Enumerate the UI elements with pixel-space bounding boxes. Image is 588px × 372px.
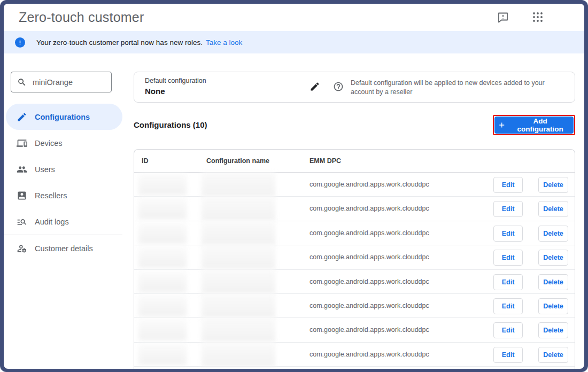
redacted-configuration-name-cell bbox=[202, 294, 275, 318]
emm-dpc-cell: com.google.android.apps.work.clouddpc bbox=[310, 229, 429, 237]
default-configuration-label: Default configuration bbox=[145, 77, 206, 84]
table-row: com.google.android.apps.work.clouddpc Ed… bbox=[134, 343, 575, 367]
users-icon bbox=[17, 164, 27, 175]
add-configuration-label: Add configuration bbox=[510, 117, 570, 133]
delete-button[interactable]: Delete bbox=[538, 347, 568, 363]
emm-dpc-cell: com.google.android.apps.work.clouddpc bbox=[310, 278, 429, 285]
redacted-configuration-name-cell bbox=[202, 270, 275, 294]
sidebar-search[interactable] bbox=[11, 72, 112, 92]
sidebar-item-label: Audit logs bbox=[35, 218, 69, 226]
person-gear-icon bbox=[17, 243, 27, 254]
table-row: com.google.android.apps.work.clouddpc Ed… bbox=[134, 270, 575, 294]
edit-button[interactable]: Edit bbox=[493, 226, 523, 242]
redacted-configuration-name-cell bbox=[202, 245, 275, 269]
edit-button[interactable]: Edit bbox=[493, 322, 523, 338]
sidebar-item-configurations[interactable]: Configurations bbox=[6, 104, 122, 130]
add-configuration-button[interactable]: Add configuration bbox=[494, 117, 574, 134]
sidebar-item-label: Resellers bbox=[35, 191, 67, 200]
help-icon bbox=[333, 81, 344, 92]
emm-dpc-cell: com.google.android.apps.work.clouddpc bbox=[310, 181, 429, 188]
redacted-id-cell bbox=[138, 344, 187, 365]
redacted-configuration-name-cell bbox=[202, 318, 275, 342]
default-configuration-value: None bbox=[145, 87, 165, 96]
banner-message: Your zero-touch customer portal now has … bbox=[36, 38, 203, 46]
sidebar-item-devices[interactable]: Devices bbox=[6, 130, 122, 156]
table-row: com.google.android.apps.work.clouddpc Ed… bbox=[134, 318, 575, 342]
sidebar-nav: Configurations Devices Users Resellers bbox=[4, 104, 126, 261]
column-header-configuration-name: Configuration name bbox=[206, 157, 269, 165]
redacted-id-cell bbox=[138, 223, 187, 244]
default-configuration-help-text: Default configuration will be applied to… bbox=[351, 79, 554, 97]
emm-dpc-cell: com.google.android.apps.work.clouddpc bbox=[310, 351, 429, 358]
redacted-id-cell bbox=[138, 320, 187, 340]
table-row: com.google.android.apps.work.clouddpc Ed… bbox=[134, 221, 575, 245]
sidebar-item-label: Configurations bbox=[35, 113, 90, 121]
delete-button[interactable]: Delete bbox=[538, 250, 568, 266]
edit-button[interactable]: Edit bbox=[493, 347, 523, 363]
devices-icon bbox=[17, 138, 27, 149]
redacted-id-cell bbox=[138, 174, 187, 195]
apps-grid-icon[interactable] bbox=[531, 11, 544, 24]
app-header: Zero-touch customer bbox=[4, 4, 584, 31]
red-highlight-annotation: Add configuration bbox=[493, 115, 575, 135]
delete-button[interactable]: Delete bbox=[538, 322, 568, 338]
table-row: com.google.android.apps.work.clouddpc Ed… bbox=[134, 294, 575, 318]
edit-default-configuration-icon[interactable] bbox=[310, 81, 322, 94]
emm-dpc-cell: com.google.android.apps.work.clouddpc bbox=[310, 253, 429, 261]
page-title: Zero-touch customer bbox=[19, 10, 144, 25]
table-row: com.google.android.apps.work.clouddpc Ed… bbox=[134, 245, 575, 269]
delete-button[interactable]: Delete bbox=[538, 274, 568, 290]
table-row: com.google.android.apps.work.clouddpc Ed… bbox=[134, 197, 575, 221]
audit-logs-icon bbox=[17, 216, 27, 227]
take-a-look-link[interactable]: Take a look bbox=[206, 38, 242, 46]
column-header-id: ID bbox=[142, 157, 149, 165]
redacted-configuration-name-cell bbox=[202, 173, 275, 197]
delete-button[interactable]: Delete bbox=[538, 226, 568, 242]
sidebar-item-label: Customer details bbox=[35, 244, 93, 253]
sidebar-item-label: Devices bbox=[35, 139, 63, 148]
redacted-id-cell bbox=[138, 296, 187, 316]
delete-button[interactable]: Delete bbox=[538, 177, 568, 193]
feedback-icon[interactable] bbox=[497, 11, 509, 24]
sidebar-item-resellers[interactable]: Resellers bbox=[6, 182, 122, 208]
zero-touch-portal-window: Zero-touch customer bbox=[4, 4, 584, 369]
configurations-table: ID Configuration name EMM DPC com.google… bbox=[134, 149, 575, 369]
default-configuration-card: Default configuration None Default confi… bbox=[134, 72, 575, 103]
redacted-configuration-name-cell bbox=[202, 343, 275, 367]
sidebar-item-audit-logs[interactable]: Audit logs bbox=[6, 208, 122, 235]
configurations-heading: Configurations (10) bbox=[134, 120, 207, 129]
search-input[interactable] bbox=[32, 78, 106, 87]
redacted-id-cell bbox=[138, 247, 187, 268]
delete-button[interactable]: Delete bbox=[538, 201, 568, 217]
edit-button[interactable]: Edit bbox=[493, 250, 523, 266]
plus-icon bbox=[498, 121, 506, 129]
table-header: ID Configuration name EMM DPC bbox=[134, 150, 575, 173]
screenshot-frame: Zero-touch customer bbox=[0, 0, 588, 372]
edit-button[interactable]: Edit bbox=[493, 298, 523, 314]
sidebar-item-label: Users bbox=[35, 165, 55, 174]
notification-banner: Your zero-touch customer portal now has … bbox=[4, 31, 584, 53]
edit-button[interactable]: Edit bbox=[493, 201, 523, 217]
emm-dpc-cell: com.google.android.apps.work.clouddpc bbox=[310, 205, 429, 212]
edit-button[interactable]: Edit bbox=[493, 274, 523, 290]
sidebar-item-customer-details[interactable]: Customer details bbox=[6, 235, 122, 261]
reseller-badge-icon bbox=[17, 190, 27, 201]
emm-dpc-cell: com.google.android.apps.work.clouddpc bbox=[310, 326, 429, 334]
redacted-id-cell bbox=[138, 198, 187, 219]
redacted-configuration-name-cell bbox=[202, 221, 275, 245]
redacted-id-cell bbox=[138, 272, 187, 292]
table-row: com.google.android.apps.work.clouddpc Ed… bbox=[134, 173, 575, 197]
sidebar-item-users[interactable]: Users bbox=[6, 156, 122, 182]
delete-button[interactable]: Delete bbox=[538, 298, 568, 314]
redacted-configuration-name-cell bbox=[202, 197, 275, 221]
info-icon bbox=[15, 37, 25, 48]
search-icon bbox=[17, 78, 27, 87]
emm-dpc-cell: com.google.android.apps.work.clouddpc bbox=[310, 302, 429, 309]
column-header-emm-dpc: EMM DPC bbox=[310, 157, 341, 165]
pencil-icon bbox=[17, 112, 27, 122]
edit-button[interactable]: Edit bbox=[493, 177, 523, 193]
